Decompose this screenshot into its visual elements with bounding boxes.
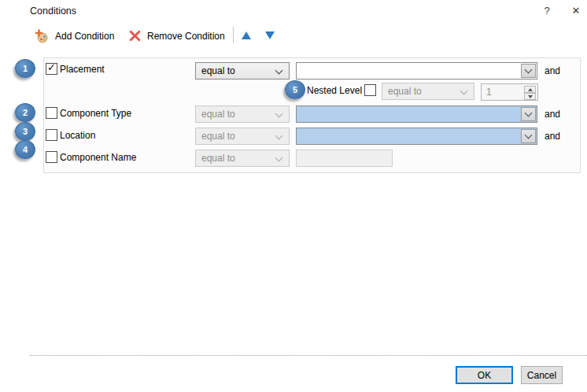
help-button[interactable]: ? [540, 3, 554, 19]
step-badge-3: 3 [15, 122, 35, 141]
component-type-drop-button[interactable] [521, 107, 536, 121]
spinner-up-icon [528, 88, 533, 91]
placement-operator-select[interactable]: equal to [195, 62, 290, 80]
ok-button[interactable]: OK [456, 366, 513, 384]
chevron-down-icon [275, 67, 283, 75]
step-badge-2: 2 [15, 103, 35, 122]
location-operator-value: equal to [201, 131, 235, 142]
cancel-button[interactable]: Cancel [521, 366, 563, 384]
component-name-checkbox[interactable] [46, 151, 57, 163]
add-condition-button[interactable]: Add Condition [29, 25, 120, 46]
placement-operator-value: equal to [201, 65, 235, 76]
component-type-operator-select[interactable]: equal to [195, 105, 290, 123]
up-arrow-icon [242, 31, 251, 39]
component-type-label: Component Type [60, 108, 131, 119]
chevron-down-icon [275, 132, 283, 140]
close-button[interactable]: ✕ [569, 3, 583, 19]
cancel-button-label: Cancel [527, 370, 556, 381]
chevron-down-icon [275, 154, 283, 162]
step-badge-4: 4 [15, 140, 35, 159]
and-label-2: and [545, 109, 560, 120]
chevron-down-icon [525, 109, 533, 117]
location-operator-select[interactable]: equal to [195, 128, 290, 145]
component-type-checkbox[interactable] [46, 107, 57, 119]
and-label-3: and [545, 131, 560, 142]
move-up-button[interactable] [237, 26, 256, 44]
component-name-operator-select[interactable]: equal to [195, 150, 290, 167]
location-drop-button[interactable] [521, 129, 536, 143]
spinner-down-button[interactable] [524, 93, 536, 100]
down-arrow-icon [265, 31, 275, 39]
remove-condition-icon [129, 30, 141, 42]
location-value-combobox[interactable] [296, 128, 537, 145]
location-label: Location [60, 130, 95, 141]
and-label-1: and [545, 65, 560, 76]
nested-level-value: 1 [486, 87, 492, 98]
component-type-operator-value: equal to [201, 109, 235, 120]
remove-condition-button[interactable]: Remove Condition [124, 25, 231, 46]
placement-checkbox[interactable] [46, 63, 57, 75]
placement-value-combobox[interactable] [296, 62, 537, 80]
nested-level-checkbox[interactable] [364, 84, 376, 96]
chevron-down-icon [460, 87, 468, 95]
ok-button-label: OK [478, 370, 491, 381]
spinner-down-icon [528, 95, 533, 98]
component-name-operator-value: equal to [201, 153, 235, 164]
spinner-up-button[interactable] [524, 86, 536, 93]
placement-label: Placement [60, 64, 105, 75]
component-name-label: Component Name [60, 152, 136, 163]
add-condition-icon [35, 29, 49, 43]
component-name-value-input[interactable] [296, 150, 393, 167]
nested-level-value-spinner[interactable]: 1 [481, 83, 538, 101]
chevron-down-icon [525, 131, 533, 139]
add-condition-label: Add Condition [55, 31, 114, 42]
step-badge-5: 5 [285, 80, 305, 99]
nested-level-operator-value: equal to [388, 86, 422, 97]
chevron-down-icon [525, 66, 533, 74]
nested-level-label: Nested Level [307, 85, 362, 96]
remove-condition-label: Remove Condition [147, 31, 225, 42]
dialog-title: Conditions [30, 6, 76, 17]
placement-drop-button[interactable] [521, 64, 536, 78]
footer-separator [30, 355, 587, 356]
chevron-down-icon [275, 110, 283, 118]
move-down-button[interactable] [260, 26, 279, 44]
nested-level-operator-select[interactable]: equal to [382, 83, 474, 100]
location-checkbox[interactable] [46, 129, 57, 141]
toolbar-separator [233, 27, 234, 43]
component-type-value-combobox[interactable] [296, 105, 537, 123]
step-badge-1: 1 [15, 59, 35, 78]
